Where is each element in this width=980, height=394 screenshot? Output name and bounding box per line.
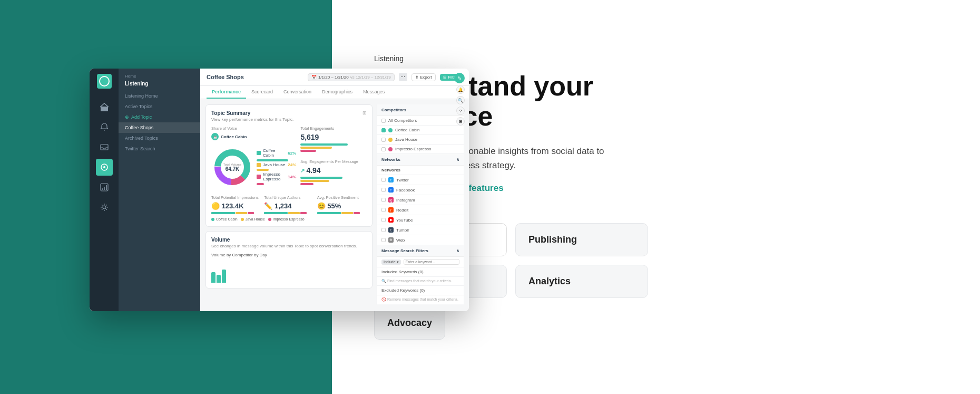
twitter-filter[interactable]: t Twitter (377, 175, 464, 185)
listening-home-nav[interactable]: Listening Home (119, 91, 200, 101)
donut-center-label: Total Volume 64.7K (223, 163, 241, 172)
engagements-label: Total Engagements (300, 126, 367, 131)
volume-by-competitor: Volume by Competitor by Day (211, 253, 367, 257)
coffee-shops-nav[interactable]: Coffee Shops (119, 122, 200, 133)
reddit-checkbox[interactable] (381, 208, 386, 212)
facebook-filter[interactable]: f Facebook (377, 185, 464, 195)
legend-coffee-cabin: Coffee Cabin (211, 217, 238, 221)
more-fab[interactable]: ⊞ (456, 117, 465, 126)
archived-topics-nav[interactable]: Archived Topics (119, 133, 200, 143)
date-range[interactable]: 📅 1/1/20 – 1/31/20 vs 12/1/19 – 12/31/19 (308, 73, 395, 81)
keyword-input[interactable] (404, 259, 459, 265)
brand-1-name: Coffee Cabin (263, 148, 286, 158)
listening-sidebar-icon[interactable] (96, 159, 113, 176)
publishing-button[interactable]: Publishing (515, 223, 648, 256)
volume-chart (211, 262, 367, 283)
coffee-cabin-dot (388, 128, 393, 132)
message-search-collapse[interactable]: ∧ (456, 248, 459, 253)
export-button[interactable]: ⬆ Export (411, 73, 436, 81)
volume-subtitle: See changes in message volume within thi… (211, 244, 367, 248)
authors-label: Total Unique Authors (264, 195, 313, 200)
tab-conversation[interactable]: Conversation (278, 86, 317, 99)
edit-fab[interactable]: ✎ (454, 73, 465, 83)
twitter-label: Twitter (396, 178, 409, 182)
keyword-search-row[interactable]: Include ▾ (377, 257, 464, 267)
sov-label: Share of Voice (211, 126, 296, 131)
instagram-label: Instagram (396, 198, 415, 203)
facebook-label: Facebook (396, 188, 415, 193)
web-filter[interactable]: ⊕ Web (377, 235, 464, 245)
reports-sidebar-icon[interactable] (96, 179, 113, 196)
notifications-sidebar-icon[interactable] (96, 119, 113, 136)
leftnav-title: Listening (119, 80, 200, 91)
tab-demographics[interactable]: Demographics (317, 86, 358, 99)
networks-label: Networks (381, 157, 400, 162)
instagram-filter[interactable]: ig Instagram (377, 195, 464, 205)
expand-icon[interactable]: ⊞ (362, 110, 367, 116)
legend-java-house: Java House (241, 217, 265, 221)
total-engagements-section: Total Engagements 5,619 Avg. Engagements… (300, 126, 367, 191)
youtube-filter[interactable]: ▶ YouTube (377, 215, 464, 225)
impresso-filter-label: Impresso Espresso (395, 147, 431, 151)
instagram-checkbox[interactable] (381, 198, 386, 202)
web-checkbox[interactable] (381, 238, 386, 242)
facebook-checkbox[interactable] (381, 188, 386, 192)
legend-label-1: Coffee Cabin (216, 217, 238, 221)
brand-1-bar (257, 159, 288, 161)
coffee-cabin-filter-label: Coffee Cabin (395, 128, 420, 132)
tumblr-checkbox[interactable] (381, 228, 386, 232)
coffee-cabin-filter[interactable]: Coffee Cabin (377, 126, 464, 135)
coffee-cabin-checkbox[interactable] (381, 128, 386, 132)
volume-card: Volume See changes in message volume wit… (205, 231, 373, 289)
tab-messages[interactable]: Messages (358, 86, 390, 99)
svg-point-3 (103, 166, 105, 168)
tumblr-filter[interactable]: t Tumblr (377, 225, 464, 235)
excluded-hint: 🚫 Remove messages that match your criter… (377, 295, 464, 304)
tab-performance[interactable]: Performance (207, 86, 246, 99)
legend-label-2: Java House (246, 217, 265, 221)
all-competitors-checkbox[interactable] (381, 119, 386, 123)
impresso-filter[interactable]: Impresso Espresso (377, 145, 464, 154)
alert-fab[interactable]: 🔔 (456, 85, 465, 94)
analytics-button[interactable]: Analytics (515, 265, 648, 298)
more-options-btn[interactable]: ⋯ (399, 73, 407, 81)
facebook-icon: f (388, 187, 394, 193)
brand-3-name: Impresso Espresso (263, 172, 286, 181)
main-tabs: Performance Scorecard Conversation Demog… (200, 86, 469, 99)
all-competitors-filter[interactable]: All Competitors (377, 116, 464, 126)
sentiment-bars (317, 212, 367, 214)
java-house-checkbox[interactable] (381, 138, 386, 142)
home-sidebar-icon[interactable] (96, 99, 113, 116)
networks-header: Networks ∧ (377, 154, 464, 166)
page-title: Coffee Shops (207, 74, 303, 80)
inbox-sidebar-icon[interactable] (96, 139, 113, 156)
avg-engagement-bars (300, 177, 367, 185)
active-topics-nav[interactable]: Active Topics (119, 101, 200, 112)
settings-sidebar-icon[interactable] (96, 199, 113, 216)
include-dropdown[interactable]: Include ▾ (381, 260, 401, 265)
instagram-icon: ig (388, 197, 394, 203)
twitter-checkbox[interactable] (381, 178, 386, 182)
total-impressions-section: Total Potential Impressions 🟡 123.4K (211, 195, 261, 214)
impressions-value: 🟡 123.4K (211, 202, 261, 210)
add-topic-nav[interactable]: ⊕ Add Topic (119, 112, 200, 122)
advanced-filters-header[interactable]: Advanced Filters ∧ (377, 304, 464, 305)
networks-collapse[interactable]: ∧ (456, 157, 459, 162)
tab-scorecard[interactable]: Scorecard (246, 86, 278, 99)
brand-percentages: Coffee Cabin 62% Java House 24% (257, 148, 296, 186)
competitors-header: Competitors ∧ (377, 104, 464, 116)
metrics-grid: Share of Voice ☕ Coffee Cabin (211, 126, 367, 191)
help-fab[interactable]: ? (456, 107, 465, 115)
section-label: Listening (374, 54, 938, 63)
legend-dot-2 (241, 218, 244, 221)
included-hint: 🔍 Find messages that match your criteria… (377, 277, 464, 286)
impressions-label: Total Potential Impressions (211, 195, 261, 200)
impresso-checkbox[interactable] (381, 147, 386, 151)
advocacy-button[interactable]: Advocacy (374, 306, 445, 340)
reddit-filter[interactable]: r Reddit (377, 205, 464, 215)
twitter-search-nav[interactable]: Twitter Search (119, 143, 200, 154)
java-house-filter[interactable]: Java House (377, 135, 464, 145)
youtube-checkbox[interactable] (381, 218, 386, 222)
topic-summary-subtitle: View key performance metrics for this To… (211, 117, 293, 122)
search-fab[interactable]: 🔍 (456, 96, 465, 104)
